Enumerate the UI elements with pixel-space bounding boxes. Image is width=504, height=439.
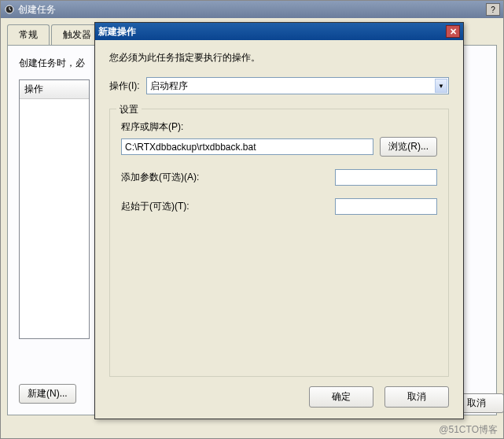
list-header-action[interactable]: 操作 [20, 80, 89, 99]
close-icon[interactable]: ✕ [446, 25, 460, 38]
settings-legend: 设置 [116, 103, 142, 116]
modal-title: 新建操作 [98, 25, 136, 39]
startin-label: 起始于(可选)(T): [121, 200, 189, 213]
modal-body: 您必须为此任务指定要执行的操作。 操作(I): 启动程序 ▼ 设置 程序或脚本(… [95, 40, 463, 419]
parent-titlebar: 创建任务 ? [1, 1, 503, 18]
modal-hint: 您必须为此任务指定要执行的操作。 [109, 51, 449, 65]
modal-titlebar: 新建操作 ✕ [95, 23, 463, 40]
script-input[interactable] [121, 138, 373, 155]
new-action-button[interactable]: 新建(N)... [19, 384, 76, 404]
modal-footer: 确定 取消 [109, 377, 449, 408]
startin-input[interactable] [335, 198, 437, 215]
action-label: 操作(I): [109, 79, 140, 93]
settings-fieldset: 设置 程序或脚本(P): 浏览(R)... 添加参数(可选)(A): 起始于(可… [109, 109, 449, 377]
browse-button[interactable]: 浏览(R)... [380, 137, 437, 157]
clock-icon [4, 4, 15, 15]
chevron-down-icon: ▼ [435, 79, 447, 93]
cancel-button[interactable]: 取消 [384, 386, 449, 408]
action-dropdown[interactable]: 启动程序 ▼ [146, 77, 449, 94]
actions-listbox[interactable]: 操作 [19, 79, 90, 339]
tab-general[interactable]: 常规 [7, 24, 50, 45]
new-action-dialog: 新建操作 ✕ 您必须为此任务指定要执行的操作。 操作(I): 启动程序 ▼ 设置… [94, 22, 464, 419]
help-button[interactable]: ? [486, 3, 500, 16]
script-label: 程序或脚本(P): [121, 120, 437, 134]
parent-title: 创建任务 [18, 3, 56, 17]
ok-button[interactable]: 确定 [309, 386, 373, 408]
action-dropdown-value: 启动程序 [150, 79, 188, 93]
args-label: 添加参数(可选)(A): [121, 171, 199, 184]
watermark: @51CTO博客 [439, 423, 498, 437]
args-input[interactable] [335, 169, 437, 186]
